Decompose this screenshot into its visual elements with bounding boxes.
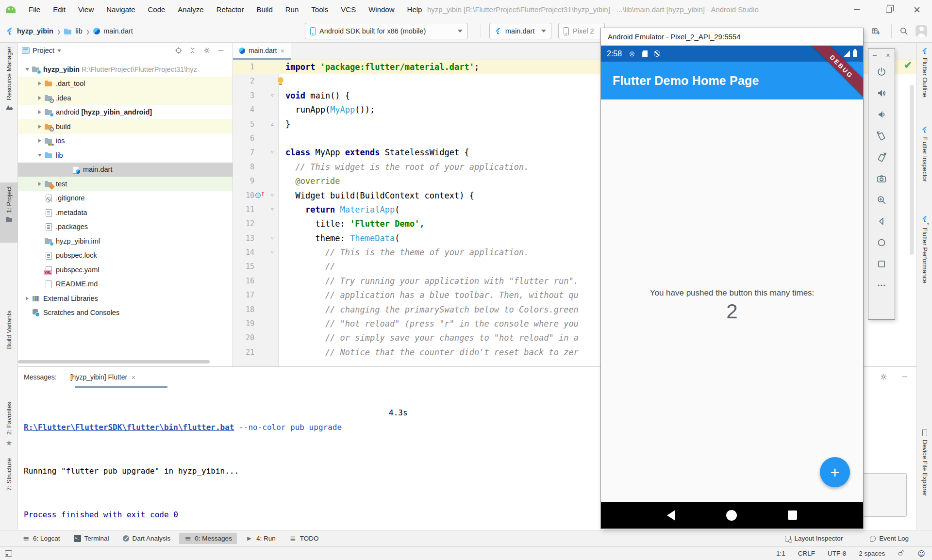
fold-marker-icon[interactable]: ▿ bbox=[269, 149, 276, 156]
fold-marker-icon[interactable]: ▵ bbox=[269, 121, 276, 128]
avatar[interactable] bbox=[915, 25, 927, 37]
tree-row[interactable]: test bbox=[18, 177, 233, 191]
override-marker-icon[interactable] bbox=[255, 193, 261, 198]
code-line[interactable]: void main() { bbox=[285, 89, 583, 103]
rotate-left-icon[interactable] bbox=[871, 125, 892, 147]
minimize-button[interactable] bbox=[846, 0, 868, 19]
sdk-manager-button[interactable] bbox=[870, 25, 882, 37]
tree-row[interactable]: hyzp_yibin.iml bbox=[18, 234, 233, 248]
recents-nav-icon[interactable] bbox=[788, 511, 797, 520]
code-line[interactable] bbox=[285, 132, 583, 146]
second-device-button[interactable]: Pixel 2 bbox=[558, 23, 605, 39]
breadcrumb-project[interactable]: hyzp_yibin bbox=[17, 27, 53, 35]
editor-scrollbar[interactable] bbox=[910, 85, 914, 255]
tree-row[interactable]: ios bbox=[18, 134, 233, 148]
close-button[interactable] bbox=[906, 0, 928, 19]
tree-row[interactable]: .gitignore bbox=[18, 191, 233, 206]
sidebar-item-device-file-explorer[interactable]: Device File Explorer bbox=[917, 429, 932, 496]
tool-button-todo[interactable]: TODO bbox=[284, 533, 324, 544]
code-line[interactable]: // Try running your application with "fl… bbox=[285, 274, 583, 288]
code-line[interactable]: theme: ThemeData( bbox=[285, 231, 583, 246]
code-line[interactable]: import 'package:flutter/material.dart'; bbox=[285, 60, 583, 74]
emulator-screen[interactable]: 2:58 Flutter Demo Home Page You have pus… bbox=[601, 46, 863, 528]
fold-marker-icon[interactable]: ▿ bbox=[269, 192, 276, 199]
tool-button-0-messages[interactable]: 0: Messages bbox=[179, 533, 237, 544]
intention-lightbulb-icon[interactable] bbox=[278, 77, 283, 83]
tree-closed-arrow-icon[interactable] bbox=[35, 139, 44, 143]
close-icon[interactable] bbox=[131, 373, 135, 381]
code-area[interactable]: import 'package:flutter/material.dart';v… bbox=[285, 60, 583, 360]
menu-file[interactable]: File bbox=[22, 0, 47, 19]
status-1-1[interactable]: 1:1 bbox=[776, 550, 785, 557]
close-icon[interactable] bbox=[280, 47, 284, 54]
menu-vcs[interactable]: VCS bbox=[334, 0, 362, 19]
sidebar-item-structure[interactable]: 7: Structure bbox=[0, 458, 18, 491]
tree-row[interactable]: .metadata bbox=[18, 205, 233, 220]
code-line[interactable]: Widget build(BuildContext context) { bbox=[285, 189, 583, 203]
sidebar-item-flutter-inspector[interactable]: Flutter Inspector bbox=[917, 126, 932, 182]
tree-row[interactable]: main.dart bbox=[18, 163, 233, 177]
menu-tools[interactable]: Tools bbox=[305, 0, 334, 19]
flutter-bat-link[interactable]: R:\Flutter\FlutterSDK\flutter\bin\flutte… bbox=[24, 423, 234, 432]
code-line[interactable]: @override bbox=[285, 174, 583, 188]
hide-tool-windows-icon[interactable] bbox=[5, 550, 12, 557]
volume-up-icon[interactable] bbox=[871, 82, 892, 104]
breadcrumb-file[interactable]: main.dart bbox=[103, 27, 133, 35]
unlock-icon[interactable] bbox=[898, 549, 905, 558]
messages-flutter-tab[interactable]: [hyzp_yibin] Flutter bbox=[70, 373, 136, 381]
tool-button-event-log[interactable]: Event Log bbox=[865, 533, 914, 544]
horizontal-scrollbar[interactable] bbox=[18, 360, 210, 363]
tree-closed-arrow-icon[interactable] bbox=[35, 82, 44, 85]
code-line[interactable]: // changing the primarySwatch below to C… bbox=[285, 303, 583, 317]
tool-button-layout-inspector[interactable]: Layout Inspector bbox=[780, 533, 848, 544]
tree-closed-arrow-icon[interactable] bbox=[35, 96, 44, 100]
breadcrumb-lib[interactable]: lib bbox=[75, 27, 83, 35]
code-line[interactable]: // This is the theme of your application… bbox=[285, 246, 583, 260]
fold-marker-icon[interactable]: ▿ bbox=[269, 249, 276, 256]
tree-row[interactable]: build bbox=[18, 119, 233, 134]
hide-panel-icon[interactable] bbox=[217, 47, 225, 54]
notification-face-icon[interactable] bbox=[917, 549, 925, 558]
gear-icon[interactable] bbox=[203, 47, 211, 54]
fold-marker-icon[interactable]: ▿ bbox=[269, 235, 276, 242]
menu-help[interactable]: Help bbox=[401, 0, 429, 19]
code-line[interactable]: // application has a blue toolbar. Then,… bbox=[285, 288, 583, 302]
tree-row[interactable]: .dart_tool bbox=[18, 77, 233, 91]
search-everywhere-button[interactable] bbox=[898, 25, 910, 37]
tool-button-terminal[interactable]: Terminal bbox=[69, 533, 114, 544]
screenshot-icon[interactable] bbox=[871, 168, 892, 189]
menu-navigate[interactable]: Navigate bbox=[100, 0, 141, 19]
sidebar-item-build-variants[interactable]: Build Variants bbox=[0, 311, 18, 349]
fab-add-button[interactable] bbox=[820, 457, 850, 487]
fold-marker-icon[interactable]: ▿ bbox=[269, 206, 276, 213]
tree-row[interactable]: pubspec.lock bbox=[18, 248, 233, 263]
code-line[interactable]: // bbox=[285, 260, 583, 274]
tree-open-arrow-icon[interactable] bbox=[35, 154, 44, 157]
code-line[interactable] bbox=[285, 74, 583, 88]
tree-row[interactable]: External Libraries bbox=[18, 291, 233, 306]
menu-view[interactable]: View bbox=[72, 0, 100, 19]
tree-row[interactable]: Scratches and Consoles bbox=[18, 306, 233, 320]
tree-row[interactable]: README.md bbox=[18, 277, 233, 292]
emulator-title-bar[interactable]: Android Emulator - Pixel_2_API_29:5554 bbox=[601, 28, 863, 46]
tree-row[interactable]: android [hyzp_yibin_android] bbox=[18, 105, 233, 120]
menu-analyze[interactable]: Analyze bbox=[171, 0, 210, 19]
overview-icon[interactable] bbox=[871, 253, 892, 275]
rotate-right-icon[interactable] bbox=[871, 147, 892, 168]
fold-marker-icon[interactable]: ▿ bbox=[269, 92, 276, 99]
sidebar-item-favorites[interactable]: 2: Favorites bbox=[0, 402, 18, 447]
restore-button[interactable] bbox=[878, 0, 900, 19]
tab-main-dart[interactable]: main.dart bbox=[233, 43, 291, 60]
menu-refactor[interactable]: Refactor bbox=[210, 0, 250, 19]
sidebar-item-flutter-performance[interactable]: Flutter Performance bbox=[917, 215, 932, 283]
gear-icon[interactable] bbox=[880, 373, 888, 381]
code-line[interactable]: // or simply save your changes to "hot r… bbox=[285, 331, 583, 345]
more-icon[interactable] bbox=[871, 275, 892, 296]
minimize-icon[interactable] bbox=[873, 50, 877, 59]
collapse-all-icon[interactable] bbox=[189, 47, 197, 54]
status-utf-8[interactable]: UTF-8 bbox=[828, 550, 846, 557]
home-nav-icon[interactable] bbox=[726, 510, 737, 521]
tree-row[interactable]: .packages bbox=[18, 220, 233, 234]
sidebar-item-project[interactable]: 1: Project bbox=[0, 182, 18, 243]
close-icon[interactable] bbox=[886, 50, 890, 59]
